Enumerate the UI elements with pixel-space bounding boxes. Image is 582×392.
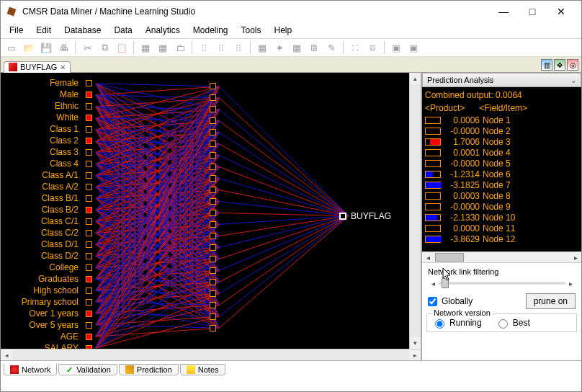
prediction-row[interactable]: -2.1330Node 10: [425, 212, 578, 223]
hidden-node[interactable]: [210, 94, 216, 101]
prediction-analysis-header[interactable]: Prediction Analysis ⌄: [422, 73, 581, 87]
prediction-row[interactable]: -1.2314Node 6: [425, 169, 578, 179]
output-node[interactable]: [339, 213, 346, 220]
tb-cluster-icon[interactable]: ✶: [272, 40, 287, 55]
prediction-row[interactable]: -3.8629Node 12: [425, 233, 578, 244]
input-node[interactable]: [86, 264, 92, 271]
input-node[interactable]: [86, 311, 92, 317]
tb-edit-icon[interactable]: ✎: [323, 40, 339, 55]
hidden-node[interactable]: [210, 221, 216, 228]
view-expand-icon[interactable]: ✥: [554, 59, 565, 71]
prediction-row[interactable]: -0.0000Node 5: [425, 158, 578, 169]
tb-save-icon[interactable]: 💾: [38, 40, 54, 55]
hidden-node[interactable]: [210, 106, 216, 112]
prediction-row[interactable]: 0.0000Node 11: [425, 223, 578, 233]
prune-button[interactable]: prune on: [526, 293, 576, 309]
scroll-up-icon[interactable]: ▴: [410, 73, 421, 84]
prediction-row[interactable]: -0.0000Node 2: [425, 125, 578, 136]
tb-copy-icon[interactable]: ⧉: [97, 40, 112, 55]
menu-tools[interactable]: Tools: [236, 24, 267, 37]
tb-doc-icon[interactable]: 🗎: [306, 40, 322, 55]
tb-grid2-icon[interactable]: ▦: [289, 40, 305, 55]
tab-close-icon[interactable]: ✕: [60, 63, 66, 71]
input-node[interactable]: [86, 138, 92, 144]
hidden-node[interactable]: [210, 302, 216, 308]
tab-prediction[interactable]: Prediction: [119, 364, 179, 375]
input-node[interactable]: [86, 207, 92, 213]
hidden-node[interactable]: [210, 313, 216, 320]
running-radio[interactable]: Running: [431, 317, 482, 329]
menu-analytics[interactable]: Analytics: [140, 24, 186, 37]
maximize-button[interactable]: □: [518, 1, 547, 22]
input-node[interactable]: [86, 149, 92, 156]
menu-file[interactable]: File: [4, 24, 29, 37]
tb-cut-icon[interactable]: ✂: [79, 40, 95, 55]
input-node[interactable]: [86, 195, 92, 202]
menu-data[interactable]: Data: [108, 24, 138, 37]
tb-net3-icon[interactable]: ⁝⁝: [230, 40, 246, 55]
hidden-node[interactable]: [210, 290, 216, 297]
tb-print-icon[interactable]: 🖶: [55, 40, 71, 55]
input-node[interactable]: [86, 218, 92, 225]
tb-grid1-icon[interactable]: ▦: [254, 40, 270, 55]
menu-edit[interactable]: Edit: [30, 24, 57, 37]
minimize-button[interactable]: —: [489, 1, 518, 22]
hidden-node[interactable]: [210, 233, 216, 239]
hidden-node[interactable]: [210, 141, 216, 147]
input-node[interactable]: [86, 299, 92, 306]
input-node[interactable]: [86, 115, 92, 121]
scroll-left-icon[interactable]: ◂: [1, 349, 12, 361]
globally-checkbox[interactable]: [428, 297, 437, 306]
scroll-down-icon[interactable]: ▾: [410, 337, 421, 349]
prediction-row[interactable]: -0.0000Node 9: [425, 201, 578, 212]
pred-scroll-right-icon[interactable]: ▸: [570, 251, 581, 263]
tb-net2-icon[interactable]: ⁝⁝: [213, 40, 229, 55]
hidden-node[interactable]: [210, 152, 216, 159]
input-node[interactable]: [86, 276, 92, 282]
input-node[interactable]: [86, 184, 92, 190]
filter-slider[interactable]: ◂ ▸: [428, 277, 576, 289]
prediction-row[interactable]: 0.0003Node 8: [425, 190, 578, 201]
hidden-node[interactable]: [210, 129, 216, 135]
hidden-node[interactable]: [210, 244, 216, 251]
slider-left-icon[interactable]: ◂: [428, 280, 438, 288]
tab-notes[interactable]: Notes: [180, 364, 225, 375]
menu-database[interactable]: Database: [58, 24, 107, 37]
tb-group1-icon[interactable]: ▦: [138, 40, 153, 55]
view-panel-icon[interactable]: ▥: [541, 59, 552, 71]
input-node[interactable]: [86, 126, 92, 133]
scroll-right-icon[interactable]: ▸: [409, 349, 421, 361]
input-node[interactable]: [86, 92, 92, 98]
tab-validation[interactable]: ✓ Validation: [58, 364, 117, 375]
pred-scroll-left-icon[interactable]: ◂: [422, 251, 434, 263]
hidden-node[interactable]: [210, 83, 216, 89]
pred-scroll-thumb[interactable]: [435, 253, 464, 262]
tb-net1-icon[interactable]: ⁝⁝: [196, 40, 212, 55]
view-target-icon[interactable]: ◎: [567, 59, 578, 71]
input-node[interactable]: [86, 288, 92, 294]
hidden-node[interactable]: [210, 175, 216, 182]
menu-modeling[interactable]: Modeling: [187, 24, 234, 37]
input-node[interactable]: [86, 161, 92, 167]
slider-right-icon[interactable]: ▸: [565, 280, 576, 288]
prediction-row[interactable]: 0.0001Node 4: [425, 147, 578, 158]
document-tab-buyflag[interactable]: BUYFLAG ✕: [4, 61, 71, 73]
tb-paste-icon[interactable]: 📋: [114, 40, 130, 55]
canvas-hscroll[interactable]: ◂ ▸: [1, 349, 421, 360]
close-button[interactable]: ✕: [547, 1, 576, 22]
hidden-node[interactable]: [210, 325, 216, 331]
menu-help[interactable]: Help: [269, 24, 298, 37]
tb-misc1-icon[interactable]: ⸬: [347, 40, 363, 55]
hidden-node[interactable]: [210, 267, 216, 274]
prediction-row[interactable]: 1.7006Node 3: [425, 136, 578, 147]
tb-misc2-icon[interactable]: ⧈: [364, 40, 380, 55]
hidden-node[interactable]: [210, 164, 216, 170]
input-node[interactable]: [86, 345, 92, 349]
hidden-node[interactable]: [210, 210, 216, 216]
input-node[interactable]: [86, 80, 92, 86]
prediction-hscroll[interactable]: ◂ ▸: [422, 251, 581, 263]
hidden-node[interactable]: [210, 117, 216, 124]
input-node[interactable]: [86, 172, 92, 179]
hidden-node[interactable]: [210, 198, 216, 205]
tab-network[interactable]: Network: [4, 364, 57, 375]
